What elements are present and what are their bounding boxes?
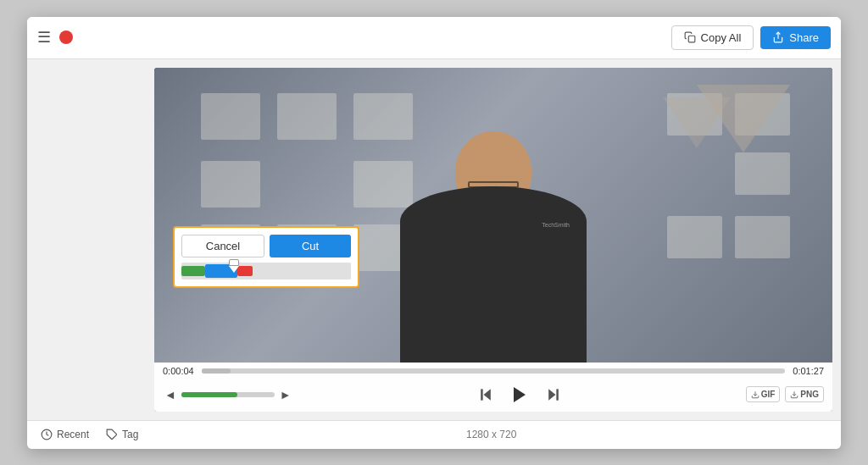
- menu-icon[interactable]: ☰: [37, 28, 51, 47]
- cut-button[interactable]: Cut: [270, 235, 351, 257]
- wall-panel: [201, 161, 260, 208]
- playhead-arrow: [229, 266, 239, 273]
- timeline-row: 0:00:04 0:01:27: [154, 363, 832, 379]
- wall-panel: [277, 93, 337, 140]
- playhead-handle[interactable]: [229, 259, 239, 281]
- volume-bar[interactable]: [181, 392, 275, 397]
- svg-rect-3: [481, 389, 483, 400]
- main-content: TechSmith Cancel Cut: [27, 59, 841, 420]
- cut-popup: Cancel Cut: [173, 226, 359, 288]
- png-export-button[interactable]: PNG: [785, 386, 824, 402]
- play-button[interactable]: [508, 383, 531, 407]
- cancel-button[interactable]: Cancel: [181, 235, 264, 257]
- copy-all-button[interactable]: Copy All: [671, 25, 754, 50]
- volume-fill: [181, 392, 237, 397]
- video-preview[interactable]: TechSmith Cancel Cut: [154, 68, 832, 363]
- toolbar: ☰ Copy All Share: [27, 17, 841, 59]
- controls-combined: ◄ ►: [154, 379, 832, 412]
- wall-panel: [201, 93, 260, 140]
- volume-right-icon[interactable]: ►: [278, 386, 293, 403]
- volume-controls: ◄ ►: [163, 386, 293, 403]
- step-back-button[interactable]: [476, 385, 496, 405]
- timeline-progress: [202, 368, 231, 374]
- status-bar: Recent Tag 1280 x 720: [27, 420, 841, 449]
- person-silhouette: TechSmith: [375, 112, 612, 363]
- mini-trim-red: [237, 266, 253, 276]
- svg-marker-4: [514, 387, 526, 402]
- shirt-logo: TechSmith: [542, 222, 570, 228]
- toolbar-left: ☰: [37, 28, 671, 47]
- triangle-decoration-2: [663, 97, 731, 148]
- svg-rect-0: [688, 36, 695, 42]
- timeline-track[interactable]: [202, 368, 785, 374]
- step-back-icon: [477, 386, 494, 403]
- svg-marker-5: [548, 389, 555, 400]
- volume-left-icon[interactable]: ◄: [163, 386, 178, 403]
- tag-icon: [106, 429, 118, 440]
- play-icon: [509, 385, 530, 405]
- copy-icon: [684, 31, 696, 43]
- current-time: 0:00:04: [163, 366, 197, 376]
- share-button[interactable]: Share: [760, 26, 831, 49]
- export-controls: GIF PNG: [746, 386, 824, 402]
- step-forward-button[interactable]: [543, 385, 564, 405]
- video-panel: TechSmith Cancel Cut: [154, 68, 832, 412]
- png-download-icon: [790, 390, 798, 399]
- step-forward-icon: [545, 386, 562, 403]
- share-icon: [772, 31, 784, 43]
- dimensions-display: 1280 x 720: [155, 429, 827, 440]
- controls-bar: 0:00:04 0:01:27 ◄ ►: [154, 363, 832, 412]
- wall-panel: [667, 216, 722, 258]
- mini-trim-green: [181, 266, 205, 276]
- video-background: TechSmith: [154, 68, 832, 363]
- cut-popup-buttons: Cancel Cut: [181, 235, 351, 257]
- record-dot[interactable]: [59, 30, 73, 44]
- svg-marker-2: [483, 389, 490, 400]
- sidebar: [27, 59, 146, 420]
- mini-timeline[interactable]: [181, 263, 351, 280]
- person-body: TechSmith: [400, 186, 587, 362]
- recent-item[interactable]: Recent: [41, 429, 89, 440]
- gif-download-icon: [751, 390, 760, 399]
- total-time: 0:01:27: [790, 366, 824, 376]
- wall-panel: [735, 216, 790, 258]
- app-window: ☰ Copy All Share: [27, 17, 841, 449]
- recent-icon: [41, 429, 53, 440]
- tag-item[interactable]: Tag: [106, 429, 138, 440]
- playhead-top: [229, 259, 239, 266]
- playback-controls: [293, 383, 746, 407]
- wall-panel: [735, 152, 790, 195]
- gif-export-button[interactable]: GIF: [746, 386, 781, 402]
- svg-rect-6: [556, 389, 559, 400]
- toolbar-right: Copy All Share: [671, 25, 831, 50]
